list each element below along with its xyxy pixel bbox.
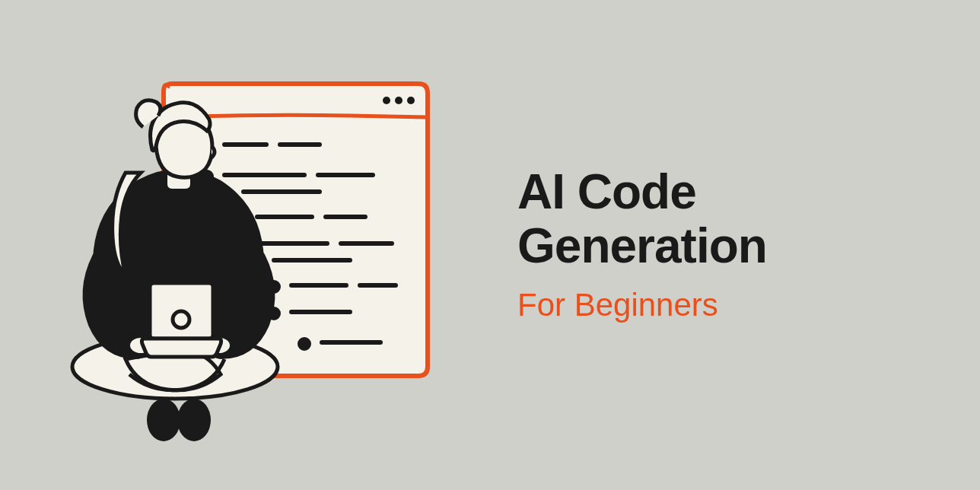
svg-point-2 <box>407 97 415 104</box>
svg-point-11 <box>147 399 180 441</box>
hero-subtitle: For Beginners <box>517 286 934 324</box>
hero-banner: AI Code Generation For Beginners <box>0 47 980 443</box>
hero-title: AI Code Generation <box>517 165 934 272</box>
laptop-icon <box>142 283 221 357</box>
svg-point-12 <box>177 399 211 441</box>
svg-point-1 <box>395 97 402 104</box>
hero-text: AI Code Generation For Beginners <box>502 165 934 324</box>
svg-point-9 <box>300 339 309 348</box>
svg-point-0 <box>383 97 390 104</box>
hero-illustration <box>46 47 472 443</box>
